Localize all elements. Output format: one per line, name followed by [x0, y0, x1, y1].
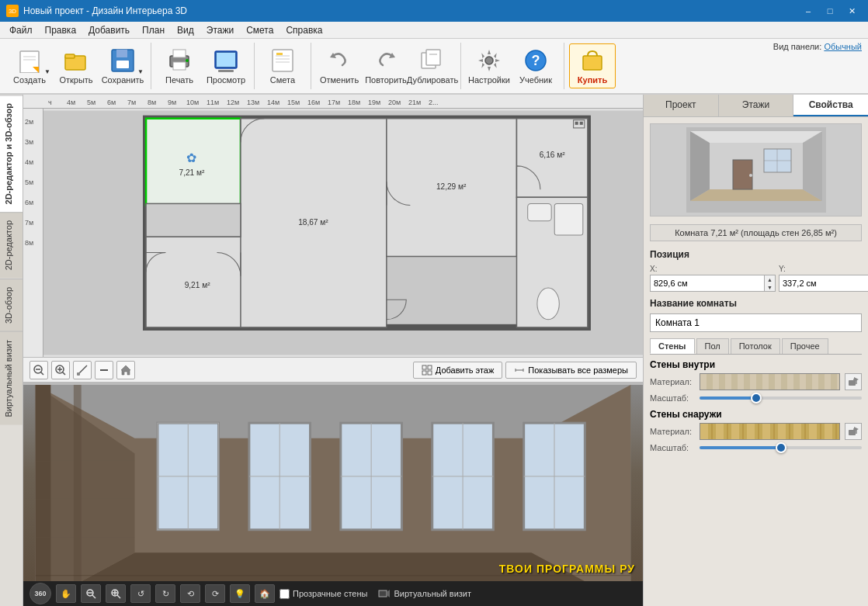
settings-icon [477, 48, 502, 73]
pos-x-down[interactable]: ▼ [765, 283, 775, 291]
room-name-input[interactable] [650, 313, 862, 332]
maximize-button[interactable]: □ [820, 3, 840, 19]
transparent-walls-checkbox[interactable] [279, 589, 290, 599]
svg-line-44 [41, 372, 44, 375]
zoom-in-3d-button[interactable] [106, 584, 126, 603]
tab-properties[interactable]: Свойства [793, 95, 868, 116]
tutorial-button[interactable]: ? Учебник [512, 43, 559, 88]
tab-2d-editor[interactable]: 2D-редактор [0, 212, 23, 278]
surface-tab-ceiling[interactable]: Потолок [731, 338, 780, 354]
tutorial-label: Учебник [519, 75, 552, 85]
zoom-out-3d-button[interactable] [81, 584, 101, 603]
pos-x-input[interactable] [651, 275, 764, 291]
home-button[interactable] [116, 361, 135, 379]
view-3d[interactable]: ТВОИ ПРОГРАММЫ РУ 360 ✋ ↺ ↻ ⟲ ⟳ 💡 🏠 [23, 385, 643, 606]
floor-plan[interactable]: ✿ 7,21 м² 9,21 м² 18,67 м² 12,29 м² 6,16… [43, 109, 643, 357]
virtual-visit-button[interactable]: Виртуальный визит [378, 587, 471, 600]
svg-rect-24 [426, 50, 440, 65]
menu-help[interactable]: Справка [279, 23, 328, 37]
ruler-mark: 19м [368, 99, 380, 106]
svg-marker-103 [690, 131, 822, 143]
tilt-button[interactable]: ⟲ [180, 584, 200, 603]
surface-tab-floor[interactable]: Пол [696, 338, 729, 354]
room-name-section-label: Название комнаты [644, 295, 868, 310]
ruler-mark: 9м [168, 99, 176, 106]
svg-rect-39 [146, 203, 241, 237]
zoom-out-button[interactable] [30, 361, 48, 379]
walls-inside-scale-slider[interactable] [700, 396, 862, 400]
rotate-right-button[interactable]: ↻ [155, 584, 175, 603]
tab-virtual-visit[interactable]: Виртуальный визит [0, 331, 23, 425]
menu-plan[interactable]: План [136, 23, 171, 37]
surface-tab-walls[interactable]: Стены [650, 338, 695, 354]
room-info-title: Комната 7,21 м² (площадь стен 26,85 м²) [650, 224, 862, 241]
create-label: Создать [13, 75, 46, 85]
redo-button[interactable]: Повторить [363, 43, 409, 88]
minus-tool-button[interactable] [95, 361, 113, 379]
save-button[interactable]: Сохранить ▼ [99, 43, 146, 88]
transparent-walls-toggle[interactable]: Прозрачные стены [279, 589, 367, 599]
pos-y-input[interactable] [779, 275, 868, 291]
surface-tab-other[interactable]: Прочее [782, 338, 828, 354]
create-arrow: ▼ [44, 68, 50, 75]
estimate-button[interactable]: Смета [259, 43, 306, 88]
walls-inside-material-preview[interactable] [700, 373, 840, 390]
tilt-right-button[interactable]: ⟳ [205, 584, 225, 603]
pos-x-field: X: ▲ ▼ [650, 265, 776, 292]
pos-x-spin: ▲ ▼ [764, 275, 775, 291]
walls-outside-material-preview[interactable] [700, 423, 840, 440]
walls-outside-scale-slider[interactable] [700, 446, 862, 449]
open-button[interactable]: Открыть [53, 43, 99, 88]
menu-edit[interactable]: Правка [39, 23, 83, 37]
toolbar: Создать ▼ Открыть Сохранить ▼ Печать [0, 39, 868, 95]
ruler-mark: 2... [429, 99, 439, 106]
close-button[interactable]: ✕ [842, 3, 862, 19]
menu-file[interactable]: Файл [3, 23, 39, 37]
create-button[interactable]: Создать ▼ [6, 43, 53, 88]
print-button[interactable]: Печать [156, 43, 203, 88]
duplicate-icon [420, 48, 445, 73]
svg-marker-102 [803, 131, 822, 201]
walls-inside-scale-label: Масштаб: [650, 393, 695, 403]
menu-estimate[interactable]: Смета [240, 23, 279, 37]
window-title: Новый проект - Дизайн Интерьера 3D [23, 5, 187, 16]
duplicate-button[interactable]: Дублировать [409, 43, 456, 88]
ruler-left: 2м 3м 4м 5м 6м 7м 8м [23, 109, 43, 357]
menu-add[interactable]: Добавить [82, 23, 136, 37]
svg-rect-10 [173, 62, 186, 70]
walls-outside-browse-button[interactable] [845, 423, 862, 440]
save-arrow: ▼ [137, 68, 144, 75]
show-sizes-button[interactable]: Показывать все размеры [505, 362, 637, 379]
rotate-button[interactable]: ↺ [130, 584, 151, 603]
svg-point-105 [749, 174, 752, 177]
svg-rect-20 [276, 53, 283, 55]
open-icon [64, 48, 89, 73]
tab-2d-3d[interactable]: 2D-редактор и 3D-обзор [0, 95, 23, 212]
light-button[interactable]: 💡 [230, 584, 250, 603]
tab-floors[interactable]: Этажи [719, 95, 794, 116]
walls-inside-browse-button[interactable] [845, 373, 862, 390]
preview-button[interactable]: Просмотр [203, 43, 249, 88]
measure-tool-button[interactable] [73, 361, 92, 379]
svg-marker-100 [690, 131, 710, 201]
show-sizes-label: Показывать все размеры [528, 365, 628, 375]
menu-view[interactable]: Вид [171, 23, 200, 37]
center-area: ч 4м 5м 6м 7м 8м 9м 10м 11м 12м 13м 14м … [23, 95, 643, 606]
view-3d-canvas: ТВОИ ПРОГРАММЫ РУ [23, 385, 643, 606]
zoom-in-button[interactable] [51, 361, 70, 379]
menu-floors[interactable]: Этажи [200, 23, 240, 37]
hand-tool-button[interactable]: ✋ [56, 584, 76, 603]
room-1-label: 7,21 м² [179, 168, 206, 177]
pos-x-up[interactable]: ▲ [765, 275, 775, 283]
walls-outside-label: Стены снаружи [644, 404, 868, 421]
add-floor-button[interactable]: Добавить этаж [413, 362, 502, 379]
buy-button[interactable]: Купить [569, 43, 616, 88]
undo-button[interactable]: Отменить [316, 43, 363, 88]
home-3d-button[interactable]: 🏠 [255, 584, 275, 603]
tab-project[interactable]: Проект [644, 95, 719, 116]
view-360-button[interactable]: 360 [30, 583, 51, 604]
settings-button[interactable]: Настройки [466, 43, 512, 88]
svg-line-93 [117, 595, 120, 598]
tab-3d-view[interactable]: 3D-обзор [0, 279, 23, 331]
minimize-button[interactable]: – [798, 3, 818, 19]
